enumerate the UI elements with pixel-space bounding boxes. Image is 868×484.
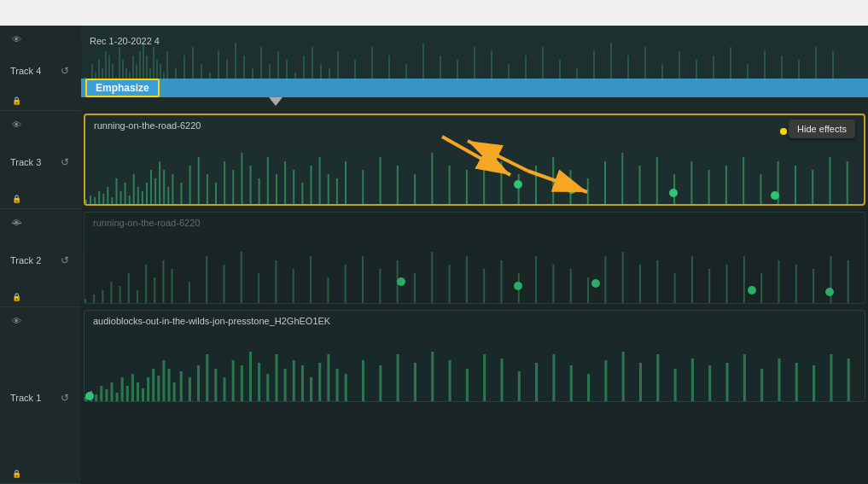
svg-rect-126 (535, 166, 537, 204)
svg-rect-263 (778, 359, 780, 401)
lock-icon-track3: 🔒 (12, 195, 21, 203)
rotate-icon-track1[interactable]: ↺ (61, 392, 69, 404)
svg-rect-242 (414, 363, 417, 401)
svg-rect-215 (157, 376, 160, 401)
svg-rect-233 (301, 365, 304, 401)
emphasize-dropdown[interactable] (269, 97, 283, 106)
svg-rect-247 (500, 359, 503, 401)
svg-rect-200 (848, 260, 849, 303)
green-dot-track2-1 (397, 277, 405, 286)
svg-rect-217 (167, 369, 170, 401)
svg-rect-183 (552, 265, 554, 303)
eye-icon-track1[interactable]: 👁 (12, 316, 21, 326)
svg-rect-92 (159, 161, 160, 204)
svg-rect-204 (100, 386, 102, 401)
svg-rect-142 (812, 170, 813, 204)
svg-rect-249 (535, 363, 538, 401)
svg-rect-190 (674, 273, 676, 303)
eye-icon-track4[interactable]: 👁 (12, 34, 21, 44)
rotate-icon-track2[interactable]: ↺ (61, 254, 69, 266)
green-dot-track3-1 (514, 180, 522, 189)
svg-rect-257 (674, 369, 677, 401)
svg-rect-243 (431, 352, 434, 401)
track1-waveform (84, 333, 865, 401)
rotate-icon-track3[interactable]: ↺ (61, 156, 69, 168)
top-bar (0, 0, 868, 26)
svg-rect-214 (152, 369, 154, 401)
svg-rect-219 (180, 371, 183, 401)
svg-rect-106 (267, 157, 269, 204)
svg-rect-121 (449, 166, 451, 204)
svg-rect-240 (379, 365, 382, 401)
svg-rect-123 (483, 157, 485, 204)
daw-container: 👁 Track 4 ↺ 🔒 👁 (0, 26, 868, 484)
svg-rect-196 (778, 260, 779, 303)
track3-waveform (85, 136, 864, 204)
svg-rect-250 (552, 354, 555, 401)
svg-rect-166 (258, 273, 259, 303)
green-dot-track2-4 (748, 286, 756, 294)
svg-rect-103 (241, 153, 242, 204)
svg-rect-208 (121, 377, 124, 401)
eye-icon-track3[interactable]: 👁 (12, 120, 21, 130)
svg-rect-107 (276, 174, 277, 204)
svg-rect-110 (301, 183, 303, 204)
svg-rect-234 (310, 377, 312, 401)
track-labels-sidebar: 👁 Track 4 ↺ 🔒 👁 (0, 26, 81, 484)
track2-clip[interactable]: running-on-the-road-6220 (84, 212, 865, 304)
svg-rect-160 (162, 260, 164, 303)
svg-rect-228 (258, 363, 260, 401)
svg-rect-211 (137, 382, 139, 401)
track2-waveform (84, 235, 865, 303)
svg-rect-178 (466, 256, 468, 303)
svg-rect-115 (345, 161, 347, 204)
svg-rect-189 (656, 260, 658, 303)
svg-rect-259 (708, 365, 711, 401)
hide-effects-tooltip[interactable]: Hide effects (789, 120, 855, 138)
svg-rect-165 (241, 252, 242, 303)
svg-rect-229 (266, 374, 269, 401)
svg-rect-187 (622, 252, 624, 303)
track3-clip[interactable]: running-on-the-road-6220 (84, 114, 865, 206)
track-label-3: 👁 Track 3 ↺ 🔒 (0, 111, 81, 209)
svg-rect-109 (293, 170, 294, 204)
svg-rect-180 (500, 260, 502, 303)
svg-rect-77 (94, 197, 96, 204)
svg-rect-116 (362, 170, 364, 204)
svg-rect-220 (189, 377, 191, 401)
svg-rect-83 (120, 191, 122, 204)
svg-rect-130 (604, 161, 606, 204)
svg-rect-266 (830, 354, 832, 401)
svg-rect-95 (172, 174, 173, 204)
svg-rect-224 (223, 377, 225, 401)
svg-rect-86 (133, 174, 135, 204)
svg-rect-79 (102, 194, 104, 204)
svg-rect-125 (518, 174, 520, 204)
svg-rect-120 (431, 153, 433, 204)
emphasize-label-box[interactable]: Emphasize (85, 79, 160, 97)
svg-rect-158 (145, 265, 147, 303)
eye-muted-icon-track2[interactable]: 👁 (12, 218, 21, 228)
svg-rect-209 (126, 386, 129, 401)
svg-rect-80 (107, 187, 108, 204)
svg-rect-122 (466, 170, 468, 204)
svg-rect-173 (379, 269, 381, 303)
svg-rect-118 (397, 166, 399, 204)
rotate-icon-track4[interactable]: ↺ (61, 65, 69, 77)
svg-rect-212 (142, 388, 144, 401)
svg-rect-218 (173, 382, 176, 401)
svg-rect-135 (690, 161, 692, 204)
svg-rect-98 (198, 157, 200, 204)
svg-rect-137 (725, 166, 727, 204)
lock-icon-track2: 🔒 (12, 293, 21, 301)
svg-rect-136 (708, 170, 710, 204)
svg-rect-225 (232, 360, 235, 401)
svg-rect-162 (189, 282, 190, 303)
svg-rect-197 (795, 265, 797, 303)
track1-clip[interactable]: audioblocks-out-in-the-wilds-jon-pressto… (84, 310, 865, 402)
svg-rect-143 (829, 157, 830, 204)
svg-rect-91 (154, 178, 156, 204)
svg-rect-216 (162, 360, 165, 401)
svg-rect-129 (587, 178, 589, 204)
svg-rect-172 (362, 256, 364, 303)
